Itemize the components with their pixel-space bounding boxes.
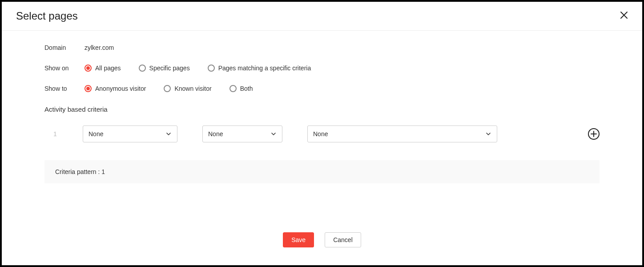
chevron-down-icon [485,131,491,137]
radio-anonymous-visitor[interactable]: Anonymous visitor [85,85,146,92]
radio-matching-criteria[interactable]: Pages matching a specific criteria [208,65,311,72]
radio-icon [229,85,237,92]
select-value: None [89,130,103,138]
radio-label: Anonymous visitor [95,85,146,92]
criteria-index: 1 [53,130,58,138]
radio-icon [164,85,171,92]
plus-icon [591,131,597,137]
show-on-group: All pages Specific pages Pages matching … [85,65,311,72]
radio-label: Known visitor [174,85,211,92]
radio-known-visitor[interactable]: Known visitor [164,85,211,92]
show-to-label: Show to [44,85,85,92]
activity-heading: Activity based criteria [44,105,600,113]
radio-label: All pages [95,65,121,72]
radio-both[interactable]: Both [229,85,253,92]
close-icon [620,11,628,19]
radio-icon [85,65,92,72]
add-criteria-button[interactable] [588,128,600,140]
show-to-row: Show to Anonymous visitor Known visitor … [44,85,600,92]
modal-header: Select pages [2,2,642,31]
save-button[interactable]: Save [283,232,314,247]
modal-body: Domain zylker.com Show on All pages Spec… [2,31,642,183]
show-to-group: Anonymous visitor Known visitor Both [85,85,253,92]
chevron-down-icon [270,131,277,137]
modal-title: Select pages [16,10,78,22]
criteria-select-3[interactable]: None [307,125,497,142]
select-value: None [313,130,328,138]
criteria-select-1[interactable]: None [83,125,177,142]
modal-footer: Save Cancel [2,232,642,247]
radio-icon [85,85,92,92]
criteria-pattern-bar: Criteria pattern : 1 [44,160,600,183]
radio-label: Pages matching a specific criteria [218,65,311,72]
criteria-row: 1 None None None [44,125,600,142]
radio-label: Both [240,85,253,92]
save-button-label: Save [291,236,306,243]
domain-row: Domain zylker.com [44,44,600,51]
criteria-select-2[interactable]: None [202,125,282,142]
criteria-pattern-text: Criteria pattern : 1 [55,168,105,175]
cancel-button[interactable]: Cancel [325,232,361,247]
radio-icon [208,65,215,72]
domain-label: Domain [44,44,85,51]
show-on-row: Show on All pages Specific pages Pages m… [44,65,600,72]
radio-specific-pages[interactable]: Specific pages [139,65,190,72]
select-value: None [208,130,223,138]
close-button[interactable] [620,11,628,21]
domain-value: zylker.com [85,44,114,51]
chevron-down-icon [165,131,172,137]
cancel-button-label: Cancel [333,236,353,243]
show-on-label: Show on [44,65,85,72]
radio-label: Specific pages [149,65,190,72]
radio-all-pages[interactable]: All pages [85,65,121,72]
criteria-selects: None None None [83,125,563,142]
radio-icon [139,65,146,72]
